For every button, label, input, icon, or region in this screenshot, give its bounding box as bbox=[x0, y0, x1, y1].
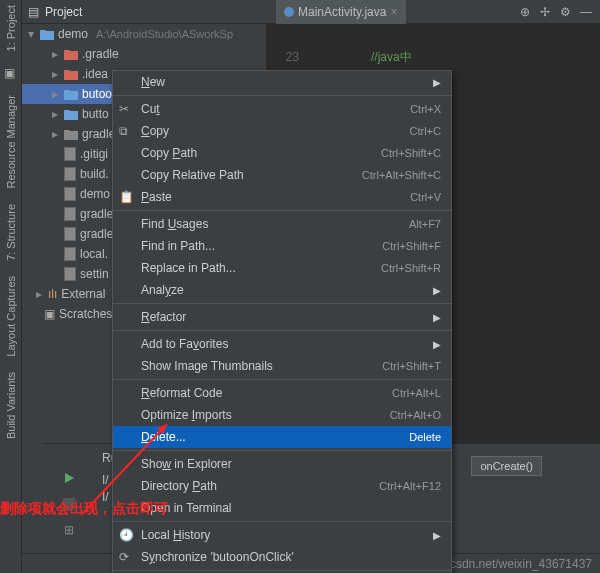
history-icon: 🕘 bbox=[119, 528, 133, 542]
svg-rect-5 bbox=[65, 188, 75, 200]
svg-rect-11 bbox=[65, 248, 75, 260]
svg-rect-3 bbox=[65, 168, 75, 180]
project-label: Project bbox=[45, 5, 82, 19]
context-menu[interactable]: New▶✂CutCtrl+X⧉CopyCtrl+CCopy PathCtrl+S… bbox=[112, 70, 452, 573]
rail-layout[interactable]: Layout Captures bbox=[5, 276, 17, 357]
sync-icon: ⟳ bbox=[119, 550, 133, 564]
menu-item-find-in-path-[interactable]: Find in Path...Ctrl+Shift+F bbox=[113, 235, 451, 257]
gear-icon[interactable]: ⚙ bbox=[560, 5, 574, 19]
java-icon bbox=[284, 7, 294, 17]
menu-item-show-image-thumbnails[interactable]: Show Image ThumbnailsCtrl+Shift+T bbox=[113, 355, 451, 377]
menu-item-local-history[interactable]: 🕘Local History▶ bbox=[113, 524, 451, 546]
close-icon[interactable]: × bbox=[390, 5, 397, 19]
run-button[interactable] bbox=[59, 468, 79, 488]
menu-item-analyze[interactable]: Analyze▶ bbox=[113, 279, 451, 301]
rail-resource[interactable]: Resource Manager bbox=[5, 95, 17, 189]
svg-rect-9 bbox=[65, 228, 75, 240]
rail-build[interactable]: Build Variants bbox=[5, 372, 17, 439]
layout-button[interactable]: ⊞ bbox=[59, 520, 79, 540]
tree-root[interactable]: ▾ demo A:\AndroidStudio\ASworkSp bbox=[22, 24, 266, 44]
project-icon: ▤ bbox=[28, 5, 39, 19]
expand-icon[interactable]: ✢ bbox=[540, 5, 554, 19]
paste-icon: 📋 bbox=[119, 190, 133, 204]
menu-item-show-in-explorer[interactable]: Show in Explorer bbox=[113, 453, 451, 475]
tree-root-path: A:\AndroidStudio\ASworkSp bbox=[96, 28, 233, 40]
svg-rect-1 bbox=[65, 148, 75, 160]
menu-item-copy-path[interactable]: Copy PathCtrl+Shift+C bbox=[113, 142, 451, 164]
left-tool-rail[interactable]: 1: Project ▣ Resource Manager 7: Structu… bbox=[0, 0, 22, 573]
menu-item-add-to-favorites[interactable]: Add to Favorites▶ bbox=[113, 333, 451, 355]
menu-item-refactor[interactable]: Refactor▶ bbox=[113, 306, 451, 328]
cut-icon: ✂ bbox=[119, 102, 133, 116]
rail-project[interactable]: 1: Project bbox=[5, 5, 17, 51]
tree-root-name: demo bbox=[58, 27, 88, 41]
editor-tab-top[interactable]: MainActivity.java × bbox=[276, 0, 406, 24]
rail-structure[interactable]: 7: Structure bbox=[5, 204, 17, 261]
target-icon[interactable]: ⊕ bbox=[520, 5, 534, 19]
minimize-icon[interactable]: — bbox=[580, 5, 594, 19]
svg-rect-14 bbox=[63, 498, 75, 510]
menu-item-reformat-code[interactable]: Reformat CodeCtrl+Alt+L bbox=[113, 382, 451, 404]
menu-item-copy-relative-path[interactable]: Copy Relative PathCtrl+Alt+Shift+C bbox=[113, 164, 451, 186]
svg-rect-7 bbox=[65, 208, 75, 220]
menu-item-replace-in-path-[interactable]: Replace in Path...Ctrl+Shift+R bbox=[113, 257, 451, 279]
menu-item-open-in-terminal[interactable]: Open in Terminal bbox=[113, 497, 451, 519]
menu-item-paste[interactable]: 📋PasteCtrl+V bbox=[113, 186, 451, 208]
menu-item-optimize-imports[interactable]: Optimize ImportsCtrl+Alt+O bbox=[113, 404, 451, 426]
svg-rect-13 bbox=[65, 268, 75, 280]
stop-button[interactable] bbox=[59, 494, 79, 514]
menu-item-synchronize-butoononclick-[interactable]: ⟳Synchronize 'butoonOnClick' bbox=[113, 546, 451, 568]
menu-item-find-usages[interactable]: Find UsagesAlt+F7 bbox=[113, 213, 451, 235]
menu-item-copy[interactable]: ⧉CopyCtrl+C bbox=[113, 120, 451, 142]
image-icon: ▣ bbox=[4, 66, 18, 80]
menu-item-new[interactable]: New▶ bbox=[113, 71, 451, 93]
tree-item[interactable]: ▸.gradle bbox=[22, 44, 266, 64]
menu-item-directory-path[interactable]: Directory PathCtrl+Alt+F12 bbox=[113, 475, 451, 497]
parameter-hint: onCreate() bbox=[471, 456, 542, 476]
menu-item-delete-[interactable]: Delete...Delete bbox=[113, 426, 451, 448]
copy-icon: ⧉ bbox=[119, 124, 133, 138]
menu-item-cut[interactable]: ✂CutCtrl+X bbox=[113, 98, 451, 120]
